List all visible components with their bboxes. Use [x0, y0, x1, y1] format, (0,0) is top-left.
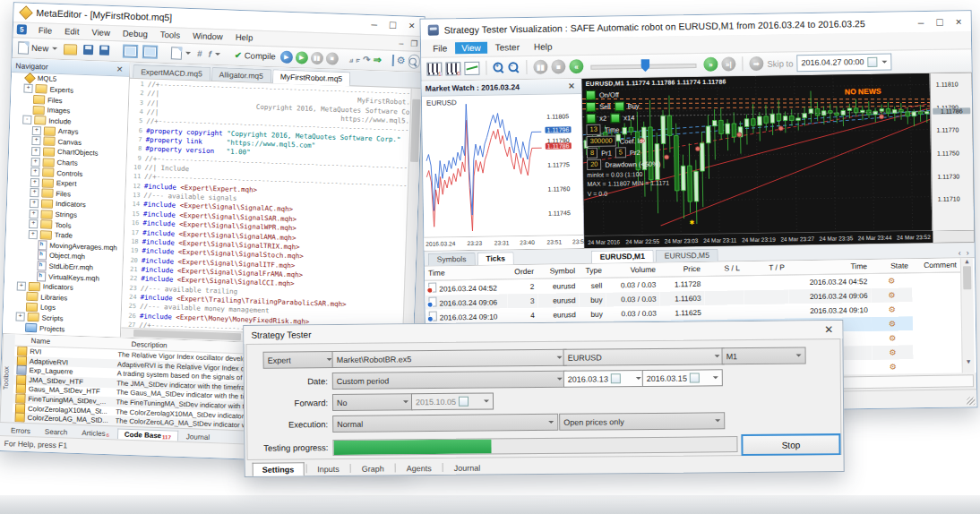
m1-bars-icon[interactable]: 1: [426, 62, 442, 75]
continue-icon[interactable]: ⇒: [373, 54, 382, 65]
order-gear-icon[interactable]: ⚙: [889, 333, 896, 342]
order-gear-icon[interactable]: ⚙: [888, 290, 895, 299]
orders-column-header[interactable]: Order: [507, 265, 537, 279]
onoff-toggle[interactable]: [586, 90, 596, 100]
scrollbar-thumb[interactable]: [963, 266, 971, 289]
tree-expand-icon[interactable]: +: [30, 178, 39, 187]
mdi-minimize-icon[interactable]: –: [399, 39, 403, 47]
symbol-select[interactable]: EURUSD: [563, 347, 725, 366]
orders-column-header[interactable]: State: [871, 259, 912, 273]
stop-button[interactable]: ■: [551, 60, 565, 74]
zoom-in-icon[interactable]: +: [493, 62, 504, 73]
orders-column-header[interactable]: Symbol: [537, 264, 579, 278]
compile-button[interactable]: ✔Compile: [233, 49, 278, 63]
metaeditor-menu-file[interactable]: File: [32, 24, 59, 37]
speed-slider[interactable]: [590, 57, 696, 73]
orders-column-header[interactable]: Time: [425, 265, 507, 280]
forward-select[interactable]: No: [332, 393, 413, 411]
faster-button[interactable]: »: [703, 57, 718, 72]
sell-button[interactable]: [586, 102, 596, 112]
tick-chart[interactable]: EURUSD 1.117451.117601.117751.117901.118…: [422, 94, 583, 238]
styler-button[interactable]: [169, 46, 193, 61]
layout-toolbox-toggle[interactable]: [142, 45, 159, 59]
buy-button[interactable]: [615, 101, 624, 111]
metaeditor-menu-edit[interactable]: Edit: [58, 25, 86, 38]
pr2-input[interactable]: 5: [615, 148, 626, 158]
toolbox-column-description[interactable]: Description: [131, 340, 167, 349]
tree-expand-icon[interactable]: +: [29, 219, 38, 228]
terminal-icon[interactable]: [392, 55, 394, 66]
drawdown-input[interactable]: 20: [587, 159, 602, 170]
zoom-out-icon[interactable]: -: [508, 62, 520, 73]
layout-navigator-toggle[interactable]: [122, 45, 140, 59]
minimize-icon[interactable]: –: [371, 20, 377, 29]
step-into-icon[interactable]: ⟓: [348, 54, 353, 64]
tree-expand-icon[interactable]: +: [31, 147, 40, 156]
tester-menu-file[interactable]: File: [426, 42, 453, 54]
orders-column-header[interactable]: Price: [659, 262, 704, 277]
save-button[interactable]: [82, 44, 95, 56]
metaeditor-menu-tools[interactable]: Tools: [154, 29, 187, 41]
tree-expand-icon[interactable]: +: [23, 84, 32, 93]
save-all-button[interactable]: [98, 45, 111, 57]
pr1-input[interactable]: 8: [587, 148, 597, 158]
close-icon[interactable]: ×: [408, 21, 415, 30]
dialog-tab-journal[interactable]: Journal: [445, 462, 490, 475]
tree-expand-icon[interactable]: +: [30, 167, 39, 176]
date-from-input[interactable]: 2016.03.13: [563, 370, 646, 388]
orders-column-header[interactable]: Type: [579, 263, 606, 278]
order-gear-icon[interactable]: ⚙: [889, 347, 896, 356]
scroll-down-icon[interactable]: ▼: [966, 358, 972, 364]
pause-button[interactable]: ▮▮: [310, 52, 322, 64]
x14-button[interactable]: [610, 113, 620, 123]
expert-type-select[interactable]: Expert: [263, 351, 337, 369]
functions-button[interactable]: f: [206, 48, 222, 61]
metaeditor-menu-help[interactable]: Help: [229, 31, 260, 44]
market-watch-tab-ticks[interactable]: Ticks: [477, 252, 514, 265]
new-file-button[interactable]: New: [16, 40, 60, 56]
dialog-tab-settings[interactable]: Settings: [253, 462, 305, 476]
resize-grip[interactable]: [967, 397, 975, 405]
tree-expand-icon[interactable]: +: [30, 188, 39, 197]
tick-bars-icon[interactable]: 0: [445, 62, 460, 75]
tree-expand-icon[interactable]: -: [22, 116, 31, 124]
run-button[interactable]: ▶: [295, 51, 307, 64]
tester-menu-help[interactable]: Help: [528, 40, 559, 53]
dialog-tab-inputs[interactable]: Inputs: [308, 463, 348, 475]
date-to-input[interactable]: 2016.03.15: [642, 369, 723, 387]
orders-column-header[interactable]: Time: [788, 260, 871, 275]
pause-button[interactable]: ▮▮: [533, 60, 547, 74]
close-icon[interactable]: ×: [956, 17, 962, 26]
speed-slider-thumb[interactable]: [640, 59, 649, 72]
open-file-button[interactable]: [62, 43, 79, 56]
market-watch-close-icon[interactable]: ✕: [565, 81, 578, 90]
close-icon[interactable]: ✕: [824, 323, 842, 336]
scroll-up-icon[interactable]: ▲: [964, 258, 970, 264]
expert-file-select[interactable]: Market\RobotBR.ex5: [332, 349, 567, 368]
orders-column-header[interactable]: T / P: [744, 261, 788, 275]
code-area[interactable]: 1//+------------------------------------…: [121, 79, 411, 338]
candlestick-chart[interactable]: ✱ EURUSD,M1 1.11774 1.11786 1.11774 1.11…: [582, 73, 933, 236]
search-input[interactable]: [408, 54, 420, 68]
tree-expand-icon[interactable]: +: [31, 157, 40, 166]
navigator-close-icon[interactable]: ✕: [114, 64, 126, 73]
order-gear-icon[interactable]: ⚙: [890, 362, 897, 371]
skip-to-end-button[interactable]: »|: [721, 57, 735, 72]
market-watch-tab-symbols[interactable]: Symbols: [428, 253, 476, 266]
editor-tab[interactable]: Alligator.mq5: [211, 67, 271, 82]
orders-scrollbar[interactable]: ▲ ▼: [960, 258, 975, 373]
tree-expand-icon[interactable]: +: [29, 230, 38, 239]
maximize-icon[interactable]: □: [936, 17, 942, 26]
stop-button[interactable]: Stop: [741, 433, 840, 456]
metaeditor-menu-window[interactable]: Window: [186, 30, 229, 43]
tester-menu-tester[interactable]: Tester: [489, 41, 526, 54]
order-gear-icon[interactable]: ⚙: [888, 276, 895, 285]
order-gear-icon[interactable]: ⚙: [889, 319, 896, 328]
settings-gear-icon[interactable]: ⚙: [396, 55, 405, 66]
mdi-restore-icon[interactable]: ❐: [410, 39, 417, 47]
step-over-icon[interactable]: ⟔: [356, 54, 360, 64]
execution-select[interactable]: Normal: [332, 414, 558, 433]
tree-expand-icon[interactable]: +: [30, 199, 39, 208]
metaeditor-menu-debug[interactable]: Debug: [116, 27, 154, 39]
chart-tab[interactable]: EURUSD,M1: [591, 250, 654, 263]
